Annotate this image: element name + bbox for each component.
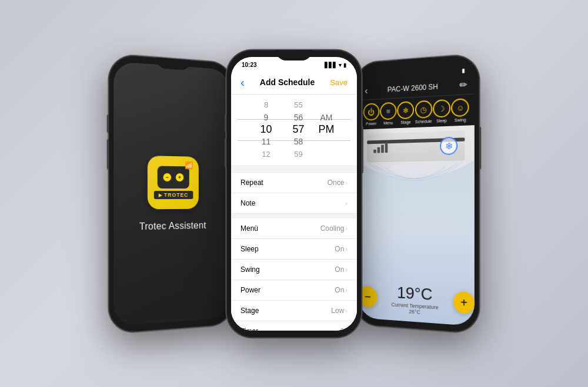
list-item-repeat[interactable]: Repeat Once ›: [231, 172, 357, 193]
app-icon: 📶 − + ▶ TROTEC: [148, 156, 199, 209]
trotec-arrow: ▶: [158, 192, 162, 197]
timer-label: Timer: [240, 327, 258, 331]
robot-eye-left: −: [163, 173, 172, 181]
status-icons: ▋▋▋ ▾ ▮: [325, 62, 346, 68]
sleep-value: On ›: [335, 245, 348, 253]
menu-btn-label: Menu: [383, 120, 393, 125]
ac-back-button[interactable]: ‹: [365, 85, 368, 96]
schedule-list: Repeat Once › Note › Menü Cooling › Slee…: [231, 165, 357, 331]
min-55[interactable]: 55: [294, 99, 302, 112]
hour-12[interactable]: 12: [262, 148, 270, 160]
note-label: Note: [240, 199, 255, 207]
menu-value: Cooling ›: [320, 224, 348, 233]
bar4: [385, 142, 388, 153]
stage-control[interactable]: ❄ Stage: [397, 101, 415, 124]
list-item-swing[interactable]: Swing On ›: [231, 260, 357, 280]
ampm-am[interactable]: AM: [320, 111, 333, 123]
temp-display: 19°C Current Temperature 26°C: [386, 282, 444, 317]
repeat-label: Repeat: [240, 179, 263, 187]
screen-left: 📶 − + ▶ TROTEC Trotec Assistent: [113, 61, 229, 326]
bar3: [381, 144, 384, 153]
ampm-pm[interactable]: PM: [319, 123, 335, 136]
min-58[interactable]: 58: [294, 136, 303, 148]
timer-value: 0 ›: [340, 327, 348, 331]
swing-control[interactable]: ☺ Swing: [451, 98, 469, 122]
list-item-stage[interactable]: Stage Low ›: [231, 301, 357, 321]
hour-11[interactable]: 11: [262, 136, 271, 148]
list-item-power[interactable]: Power On ›: [231, 280, 357, 301]
swing-label: Swing: [240, 265, 260, 274]
schedule-btn-circle[interactable]: ◷: [415, 100, 432, 119]
swing-btn-circle[interactable]: ☺: [451, 98, 469, 117]
hour-9[interactable]: 9: [264, 111, 269, 123]
back-button[interactable]: ‹: [240, 76, 245, 89]
hour-8[interactable]: 8: [264, 99, 268, 112]
ac-edit-button[interactable]: ✏: [459, 79, 467, 90]
temp-plus-button[interactable]: +: [453, 291, 475, 314]
bar1: [373, 149, 376, 153]
list-item-sleep[interactable]: Sleep On ›: [231, 239, 357, 260]
sleep-btn-circle[interactable]: ☽: [433, 99, 450, 117]
trotec-label: TROTEC: [164, 191, 188, 197]
signal-bars: [373, 142, 387, 153]
hour-picker[interactable]: 8 9 10 11 12: [250, 99, 282, 160]
ac-unit-image: ❄: [367, 130, 465, 161]
power-control[interactable]: ⏻ Power: [363, 103, 379, 126]
right-status-icons: ▮: [462, 68, 465, 74]
minute-picker[interactable]: 55 56 57 58 59: [282, 99, 315, 160]
phone-center: 10:23 ▋▋▋ ▾ ▮ ‹ Add Schedule Save: [226, 50, 362, 338]
list-item-timer[interactable]: Timer 0 ›: [231, 321, 357, 331]
power-btn-circle[interactable]: ⏻: [363, 103, 379, 121]
menu-label: Menü: [240, 224, 258, 233]
trotec-badge: ▶ TROTEC: [153, 190, 193, 198]
snowflake-badge: ❄: [440, 136, 457, 154]
notch-center: [276, 50, 312, 60]
list-item-menu[interactable]: Menü Cooling ›: [231, 218, 357, 239]
stage-btn-circle[interactable]: ❄: [397, 101, 415, 119]
min-57[interactable]: 57: [292, 123, 304, 136]
stage-label: Stage: [240, 307, 259, 315]
note-value: ›: [345, 200, 348, 207]
swing-value: On ›: [335, 265, 348, 274]
battery-icon: ▮: [343, 62, 346, 68]
swing-btn-label: Swing: [455, 117, 466, 122]
list-spacer-1: [231, 214, 357, 218]
ampm-picker[interactable]: AM PM: [315, 99, 338, 160]
wifi-icon: 📶: [185, 161, 193, 169]
hour-10[interactable]: 10: [260, 123, 272, 136]
ac-device-title: PAC-W 2600 SH: [387, 82, 438, 93]
app-title: Trotec Assistent: [139, 220, 206, 232]
status-time: 10:23: [242, 62, 257, 68]
min-56[interactable]: 56: [294, 111, 303, 123]
signal-icon: ▋▋▋: [325, 62, 337, 68]
stage-btn-label: Stage: [400, 120, 410, 124]
nav-title: Add Schedule: [260, 78, 315, 87]
ac-display: ❄: [359, 125, 475, 326]
save-button[interactable]: Save: [330, 78, 348, 87]
sleep-btn-label: Sleep: [436, 118, 447, 123]
list-item-note[interactable]: Note ›: [231, 193, 357, 214]
robot-eye-right: +: [176, 173, 183, 181]
nav-bar-center: ‹ Add Schedule Save: [231, 71, 357, 95]
power-label: Power: [240, 286, 260, 294]
right-battery: ▮: [462, 68, 465, 74]
ac-controls: ⏻ Power ≡ Menu ❄ Stage ◷ Schedule: [359, 93, 475, 129]
repeat-value: Once ›: [328, 179, 348, 187]
menu-btn-circle[interactable]: ≡: [380, 102, 396, 120]
time-picker[interactable]: 8 9 10 11 12 55 56 57 58 59: [231, 95, 357, 165]
menu-control[interactable]: ≡ Menu: [380, 102, 396, 125]
schedule-control[interactable]: ◷ Schedule: [415, 100, 432, 124]
bar2: [377, 147, 380, 153]
power-btn-label: Power: [366, 121, 376, 126]
power-value: On ›: [335, 286, 348, 294]
sleep-control[interactable]: ☽ Sleep: [433, 99, 450, 123]
phone-left: 📶 − + ▶ TROTEC Trotec Assistent: [109, 53, 234, 334]
screen-right: ▮ ‹ PAC-W 2600 SH ✏ ⏻ Power ≡: [359, 61, 475, 326]
phone-right: ▮ ‹ PAC-W 2600 SH ✏ ⏻ Power ≡: [354, 53, 479, 334]
screen-center: 10:23 ▋▋▋ ▾ ▮ ‹ Add Schedule Save: [231, 57, 357, 331]
stage-value: Low ›: [331, 307, 348, 315]
sleep-label: Sleep: [240, 245, 259, 253]
min-59[interactable]: 59: [294, 148, 302, 160]
phones-container: 📶 − + ▶ TROTEC Trotec Assistent: [0, 0, 588, 387]
wifi-status-icon: ▾: [339, 62, 342, 68]
